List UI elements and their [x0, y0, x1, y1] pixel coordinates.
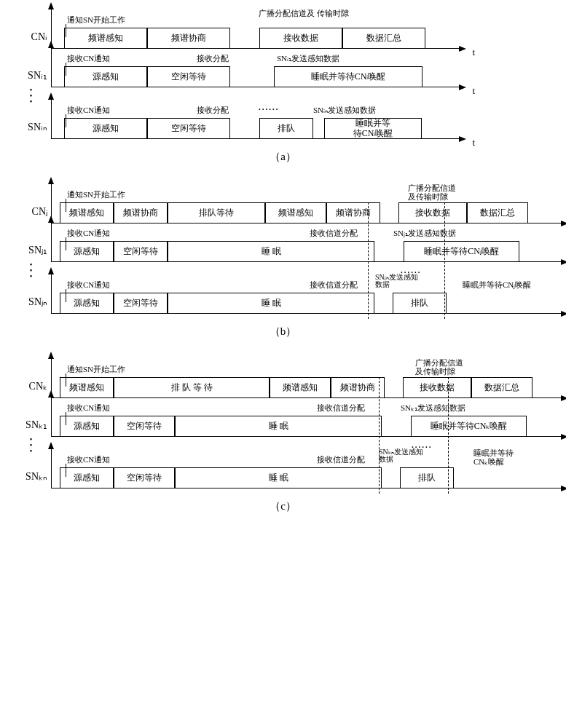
annot: 睡眠并等待CNⱼ唤醒 [463, 280, 531, 290]
cell: 源感知 [60, 241, 114, 261]
chart-a: CNᵢ 通知SN开始工作 广播分配信道及 传输时隙 频谱感知 频谱协商 接收数据… [15, 15, 551, 164]
annot: 接收CN通知 [67, 53, 110, 64]
caption: （a） [15, 150, 551, 164]
cell: 睡 眠 [175, 416, 382, 436]
row-label: SNᵢₙ [15, 121, 51, 139]
cell: 源感知 [64, 66, 147, 87]
vdots: ••• [15, 262, 51, 280]
annot: ······ [401, 268, 422, 277]
cell: 接收数据 [403, 377, 471, 397]
annot: 接收信道分配 [310, 228, 358, 239]
cell: 接收数据 [259, 28, 342, 48]
cell: 睡眠并等 待CNᵢ唤醒 [324, 118, 422, 138]
cell: 频谱协商 [326, 202, 380, 223]
chart-b: CNⱼ 通知SN开始工作 广播分配信道 及传输时隙 频谱感知 频谱协商 排队等待… [15, 189, 551, 339]
cell: 空闲等待 [147, 66, 230, 87]
row-label: CNⱼ [15, 205, 51, 223]
cell: 接收数据 [398, 202, 467, 223]
annot: 接收CN通知 [67, 403, 110, 414]
annot: 通知SN开始工作 [67, 15, 125, 25]
cell: 数据汇总 [342, 28, 425, 48]
cell: 排队等待 [168, 202, 265, 223]
annot: SNᵢₙ发送感知数据 [313, 105, 376, 116]
row-label: SNₖ₁ [15, 419, 51, 437]
row-label: SNₖₙ [15, 470, 51, 488]
annot: 接收CN通知 [67, 280, 110, 290]
cell: 睡 眠 [168, 293, 374, 313]
row-label: SNⱼₙ [15, 296, 51, 314]
cell: 睡眠并等待CNᵢ唤醒 [274, 66, 422, 87]
cell: 源感知 [60, 293, 114, 313]
annot: 接收信道分配 [317, 454, 365, 465]
annot: SNₖ₁发送感知数据 [401, 403, 465, 414]
cell: 空闲等待 [147, 118, 230, 138]
row-label: SNᵢ₁ [15, 69, 51, 87]
cell: 频谱感知 [64, 28, 147, 48]
row-label: SNⱼ₁ [15, 244, 51, 262]
cell: 睡眠并等待CNₖ唤醒 [411, 416, 527, 436]
chart-c: CNₖ 通知SN开始工作 广播分配信道 及传输时隙 频谱感知 排 队 等 待 频… [15, 364, 551, 513]
annot: SNᵢ₁发送感知数据 [277, 53, 339, 64]
caption: （b） [15, 325, 551, 339]
cell: 空闲等待 [114, 293, 168, 313]
cell: 睡眠并等待CNⱼ唤醒 [404, 241, 519, 261]
annot: SNⱼ₁发送感知数据 [393, 228, 456, 239]
cell: 频谱协商 [114, 202, 168, 223]
annot: 接收信道分配 [317, 403, 365, 414]
cell: 排队 [400, 467, 454, 488]
annot: ······ [259, 105, 280, 114]
annot: 接收分配 [197, 105, 229, 116]
cell: 频谱感知 [60, 377, 114, 397]
cell: 频谱协商 [331, 377, 385, 397]
cell: 排 队 等 待 [114, 377, 270, 397]
row-label: CNₖ [15, 380, 51, 398]
axis-label: t [472, 137, 475, 149]
cell: 空闲等待 [114, 241, 168, 261]
vdots: ••• [15, 437, 51, 454]
annot: 广播分配信道 及传输时隙 [415, 358, 463, 376]
annot: 通知SN开始工作 [67, 189, 125, 200]
caption: （c） [15, 499, 551, 513]
cell: 频谱感知 [60, 202, 114, 223]
annot: 广播分配信道 及传输时隙 [408, 183, 456, 201]
annot: 接收CN通知 [67, 228, 110, 239]
cell: 空闲等待 [114, 467, 175, 488]
cell: 睡 眠 [168, 241, 374, 261]
cell: 频谱协商 [147, 28, 230, 48]
cell: 排队 [259, 118, 313, 138]
annot: 接收分配 [197, 53, 229, 64]
annot: 接收CN通知 [67, 105, 110, 116]
axis-label: t [472, 85, 475, 97]
cell: 源感知 [60, 467, 114, 488]
annot: ······ [412, 443, 433, 451]
row-label: CNᵢ [15, 31, 51, 49]
annot: 接收CN通知 [67, 454, 110, 465]
cell: 数据汇总 [467, 202, 528, 223]
cell: 频谱感知 [270, 377, 331, 397]
annot: 广播分配信道及 传输时隙 [259, 9, 349, 17]
cell: 源感知 [60, 416, 114, 436]
cell: 数据汇总 [471, 377, 532, 397]
vdots: ••• [15, 87, 51, 105]
cell: 排队 [393, 293, 447, 313]
cell: 频谱感知 [265, 202, 326, 223]
cell: 睡 眠 [175, 467, 382, 488]
annot: 通知SN开始工作 [67, 364, 125, 375]
cell: 空闲等待 [114, 416, 175, 436]
annot: 接收信道分配 [310, 280, 358, 290]
annot: 睡眠并等待 CNₖ唤醒 [473, 448, 514, 466]
cell: 源感知 [64, 118, 147, 138]
